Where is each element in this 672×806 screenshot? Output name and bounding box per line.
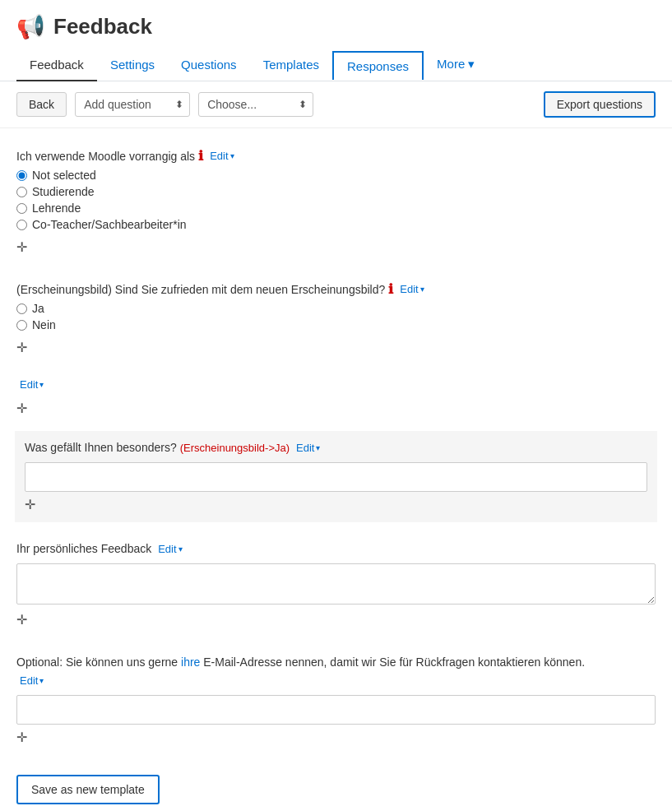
move-handle-5[interactable]: ✛ bbox=[16, 612, 27, 628]
radio-label-2-2: Nein bbox=[32, 318, 56, 331]
tab-settings[interactable]: Settings bbox=[97, 49, 168, 81]
chevron-icon-5: ▾ bbox=[178, 544, 183, 554]
feedback-icon: 📢 bbox=[16, 13, 45, 40]
text-input-6[interactable] bbox=[16, 695, 656, 725]
edit-link-4[interactable]: Edit ▾ bbox=[296, 442, 320, 454]
optional-text-6: Optional: Sie können uns gerne ihre E-Ma… bbox=[16, 654, 656, 671]
save-as-new-template-button[interactable]: Save as new template bbox=[16, 775, 160, 804]
main-content: Ich verwende Moodle vorrangig als ℹ Edit… bbox=[0, 128, 672, 806]
text-input-4[interactable] bbox=[25, 462, 647, 492]
question-block-2: (Erscheinungsbild) Sind Sie zufrieden mi… bbox=[16, 275, 656, 362]
edit-link-6[interactable]: Edit ▾ bbox=[20, 674, 44, 687]
textarea-5[interactable] bbox=[16, 563, 656, 604]
question-text-4: Was gefällt Ihnen besonders? bbox=[25, 441, 177, 454]
radio-input-1-1[interactable] bbox=[16, 170, 27, 181]
radio-label-2-1: Ja bbox=[32, 302, 44, 315]
question-text-2: (Erscheinungsbild) Sind Sie zufrieden mi… bbox=[16, 283, 385, 296]
question-block-4: Was gefällt Ihnen besonders? (Erscheinun… bbox=[15, 431, 657, 522]
radio-option-1-4: Co-Teacher/Sachbearbeiter*in bbox=[16, 218, 656, 231]
add-question-select[interactable]: Add question bbox=[75, 92, 190, 117]
question-block-5: Ihr persönliches Feedback Edit ▾ ✛ bbox=[16, 535, 656, 634]
move-handle-2[interactable]: ✛ bbox=[16, 340, 27, 355]
question-label-5: Ihr persönliches Feedback Edit ▾ bbox=[16, 542, 656, 555]
edit-link-2[interactable]: Edit ▾ bbox=[400, 283, 424, 295]
radio-label-1-1: Not selected bbox=[32, 169, 96, 182]
toolbar: Back Add question Choose... Export quest… bbox=[0, 81, 672, 128]
edit-link-3[interactable]: Edit ▾ bbox=[20, 378, 44, 391]
dependency-label-4: (Erscheinungsbild->Ja) bbox=[180, 442, 290, 454]
move-handle-4[interactable]: ✛ bbox=[25, 497, 35, 512]
required-icon-1: ℹ bbox=[198, 148, 203, 164]
choose-wrapper: Choose... bbox=[198, 92, 313, 117]
move-handle-6[interactable]: ✛ bbox=[16, 730, 27, 745]
question-block-3: Edit ▾ ✛ bbox=[16, 375, 656, 418]
radio-option-2-2: Nein bbox=[16, 318, 656, 331]
chevron-icon-1: ▾ bbox=[230, 151, 234, 160]
chevron-icon-2: ▾ bbox=[420, 285, 424, 294]
radio-option-1-3: Lehrende bbox=[16, 202, 656, 215]
question-label-6: Edit ▾ bbox=[16, 674, 656, 687]
radio-input-2-1[interactable] bbox=[16, 303, 27, 314]
radio-label-1-2: Studierende bbox=[32, 185, 95, 198]
chevron-icon-3: ▾ bbox=[39, 380, 44, 389]
edit-link-5[interactable]: Edit ▾ bbox=[158, 543, 182, 555]
nav-tabs: Feedback Settings Questions Templates Re… bbox=[0, 49, 672, 81]
question-label-4: Was gefällt Ihnen besonders? (Erscheinun… bbox=[25, 441, 647, 454]
question-label-1: Ich verwende Moodle vorrangig als ℹ Edit… bbox=[16, 148, 656, 164]
radio-option-2-1: Ja bbox=[16, 302, 656, 315]
tab-templates[interactable]: Templates bbox=[250, 49, 332, 81]
radio-label-1-4: Co-Teacher/Sachbearbeiter*in bbox=[32, 218, 187, 231]
page-title: Feedback bbox=[53, 14, 152, 39]
move-handle-3[interactable]: ✛ bbox=[16, 401, 27, 416]
move-handle-1[interactable]: ✛ bbox=[16, 239, 27, 255]
page-header: 📢 Feedback bbox=[0, 0, 672, 49]
question-block-6: Optional: Sie können uns gerne ihre E-Ma… bbox=[16, 647, 656, 752]
link-ihre: ihre bbox=[181, 655, 200, 669]
question-label-2: (Erscheinungsbild) Sind Sie zufrieden mi… bbox=[16, 281, 656, 297]
required-icon-2: ℹ bbox=[388, 281, 393, 297]
export-questions-button[interactable]: Export questions bbox=[544, 91, 656, 118]
question-label-3: Edit ▾ bbox=[16, 378, 656, 391]
radio-input-1-3[interactable] bbox=[16, 203, 27, 214]
question-text-5: Ihr persönliches Feedback bbox=[16, 542, 151, 555]
chevron-icon-4: ▾ bbox=[316, 443, 320, 452]
add-question-wrapper: Add question bbox=[75, 92, 190, 117]
radio-label-1-3: Lehrende bbox=[32, 202, 81, 215]
tab-feedback[interactable]: Feedback bbox=[16, 49, 97, 81]
chevron-icon-6: ▾ bbox=[39, 676, 44, 685]
question-block-1: Ich verwende Moodle vorrangig als ℹ Edit… bbox=[16, 141, 656, 262]
radio-input-2-2[interactable] bbox=[16, 320, 27, 331]
edit-link-1[interactable]: Edit ▾ bbox=[210, 150, 234, 162]
radio-input-1-2[interactable] bbox=[16, 187, 27, 197]
back-button[interactable]: Back bbox=[16, 92, 67, 117]
radio-input-1-4[interactable] bbox=[16, 220, 27, 230]
choose-select[interactable]: Choose... bbox=[198, 92, 313, 117]
tab-responses[interactable]: Responses bbox=[332, 51, 424, 80]
tab-more[interactable]: More ▾ bbox=[424, 49, 488, 81]
tab-questions[interactable]: Questions bbox=[168, 49, 250, 81]
radio-option-1-2: Studierende bbox=[16, 185, 656, 198]
question-text-1: Ich verwende Moodle vorrangig als bbox=[16, 150, 195, 163]
radio-option-1-1: Not selected bbox=[16, 169, 656, 182]
